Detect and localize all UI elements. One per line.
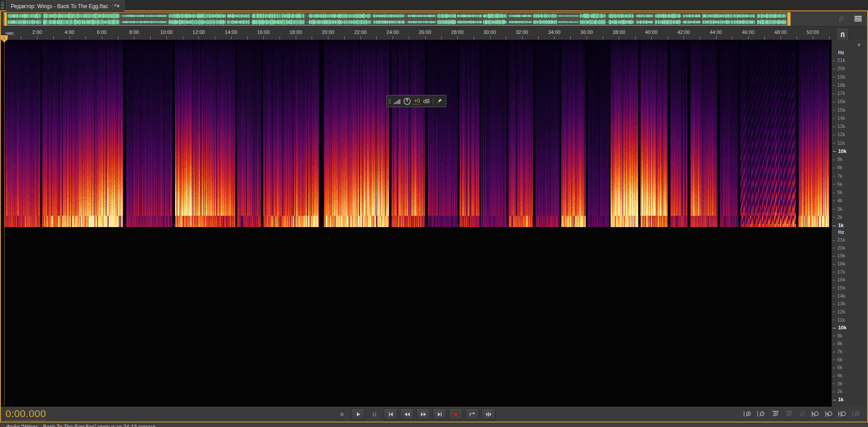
tab-close-icon[interactable]: ×	[111, 1, 119, 9]
editor-tab[interactable]: Редактор: Wings - Back To The Egg.flac ▼	[6, 0, 124, 11]
frequency-scale-panel[interactable]: ▼ Hz Hz 21k20k19k18k17k16k15k14k13k12k11…	[831, 40, 868, 407]
level-bars-icon	[394, 99, 400, 104]
panel-focus-border-left	[0, 10, 1, 422]
zoom-to-selection-icon[interactable]	[837, 409, 848, 418]
rewind-icon	[403, 411, 411, 418]
record-button[interactable]	[449, 408, 463, 420]
frequency-tick-7k: 7k	[833, 349, 843, 354]
ruler-tick	[554, 36, 555, 39]
ruler-tick	[441, 36, 441, 39]
waveform-overview[interactable]	[4, 12, 791, 26]
frequency-tick-17k: 17k	[833, 269, 845, 275]
skip-to-end-button[interactable]	[432, 408, 446, 420]
frequency-tick-20k: 20k	[833, 245, 845, 251]
zoom-out-amplitude-icon[interactable]	[756, 409, 767, 418]
frequency-tick-13k: 13k	[833, 123, 845, 129]
ruler-label: 6:00	[97, 29, 106, 35]
ruler-tick	[457, 36, 458, 39]
skip-to-end-icon	[436, 411, 443, 418]
ruler-tick	[150, 36, 151, 39]
ruler-tick	[102, 36, 102, 39]
frequency-tick-18k: 18k	[833, 261, 845, 266]
ruler-tick	[231, 36, 232, 39]
frequency-tick-6k: 6k	[833, 181, 843, 187]
frequency-tick-4k: 4k	[833, 198, 843, 203]
frequency-tick-2k: 2k	[833, 214, 843, 220]
ruler-tick	[183, 36, 183, 39]
audition-editor-window: Редактор: Wings - Back To The Egg.flac ▼…	[0, 0, 868, 427]
frequency-tick-21k: 21k	[833, 57, 845, 63]
loop-playback-button[interactable]	[465, 408, 479, 420]
overview-range-handle-right[interactable]	[787, 13, 790, 25]
panel-menu-icon[interactable]	[853, 14, 863, 23]
pause-button[interactable]	[367, 408, 381, 420]
ruler-tick	[764, 36, 765, 39]
ruler-tick	[813, 36, 813, 39]
ruler-label: 18:00	[289, 29, 302, 35]
ruler-label: 20:00	[322, 29, 334, 35]
reset-vertical-zoom-icon[interactable]	[851, 409, 862, 418]
ruler-tick	[619, 36, 619, 39]
stop-button[interactable]	[335, 408, 349, 420]
frequency-tick-16k: 16k	[833, 99, 845, 104]
ruler-label: 38:00	[613, 29, 626, 35]
zoom-to-out-point-icon[interactable]	[824, 409, 835, 418]
frequency-tick-15k: 15k	[833, 107, 845, 113]
ruler-tick	[312, 36, 312, 39]
ruler-tick	[328, 36, 328, 39]
ruler-tick	[199, 36, 199, 39]
ruler-tick	[474, 36, 474, 39]
zoom-toolbar	[742, 409, 862, 418]
spectrogram-right-channel[interactable]	[4, 40, 830, 216]
ruler-label: 40:00	[645, 29, 658, 35]
ruler-label: 22:00	[354, 29, 367, 35]
zoom-in-time-icon[interactable]	[769, 409, 780, 418]
frequency-tick-4k: 4k	[833, 373, 843, 378]
gain-hud[interactable]: +0 dB	[386, 95, 446, 107]
gain-unit-label: dB	[423, 98, 430, 104]
zoom-to-in-point-icon[interactable]	[810, 409, 821, 418]
zoom-out-time-icon[interactable]	[783, 409, 794, 418]
playhead-line	[4, 40, 5, 406]
ruler-tick	[781, 36, 781, 39]
frequency-tick-10k: 10k	[833, 325, 846, 330]
rewind-button[interactable]	[400, 408, 414, 420]
ruler-tick	[748, 36, 749, 39]
ruler-tick	[716, 36, 716, 39]
skip-selection-button[interactable]	[481, 408, 495, 420]
pin-hud-icon[interactable]	[436, 98, 442, 104]
ruler-tick	[651, 36, 652, 39]
overview-waveform-canvas[interactable]	[7, 13, 787, 25]
ruler-tick	[797, 36, 797, 39]
overview-zoom-out-icon[interactable]	[835, 14, 846, 23]
zoom-in-amplitude-icon[interactable]	[742, 409, 753, 418]
time-ruler[interactable]: чмс 2:004:006:008:0010:0012:0014:0016:00…	[1, 26, 867, 41]
time-display[interactable]: 0:00.000	[5, 408, 46, 421]
pause-icon	[371, 411, 378, 418]
scale-options-icon[interactable]: ▼	[857, 43, 861, 47]
frequency-tick-18k: 18k	[833, 82, 845, 88]
gain-knob[interactable]	[403, 98, 411, 105]
frequency-tick-11k: 11k	[833, 140, 845, 146]
skip-to-start-button[interactable]	[384, 408, 398, 420]
ruler-tick	[409, 36, 409, 39]
zoom-out-full-icon[interactable]	[797, 409, 807, 418]
play-button[interactable]	[351, 408, 365, 420]
frequency-tick-5k: 5k	[833, 190, 843, 195]
ruler-label: 16:00	[257, 29, 270, 35]
ruler-label: 8:00	[129, 29, 139, 35]
overview-row	[1, 11, 867, 26]
ruler-tick	[732, 36, 732, 39]
ruler-tick	[570, 36, 571, 39]
fast-forward-button[interactable]	[416, 408, 430, 420]
hud-grip-icon[interactable]	[389, 99, 391, 104]
frequency-tick-7k: 7k	[833, 173, 843, 179]
frequency-tick-19k: 19k	[833, 253, 845, 258]
ruler-label: 24:00	[386, 29, 399, 35]
frequency-tick-1k: 1k	[833, 223, 844, 228]
record-icon	[452, 411, 460, 418]
gain-value[interactable]: +0	[414, 98, 420, 104]
panel-grip-icon[interactable]	[1, 2, 4, 9]
ruler-tick	[506, 36, 506, 39]
snap-toggle-button[interactable]	[836, 28, 849, 40]
